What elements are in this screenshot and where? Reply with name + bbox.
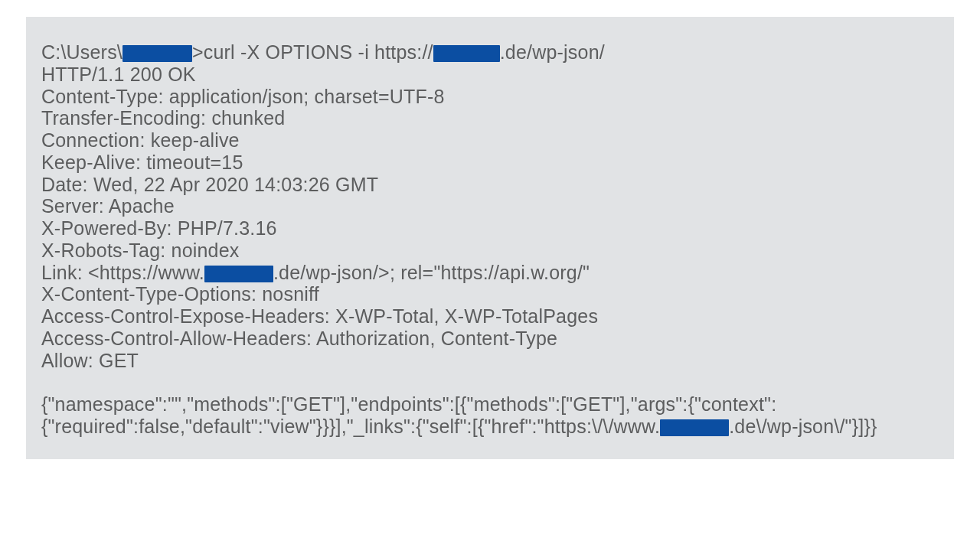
link-suffix: .de/wp-json/>; rel="https://api.w.org/" [273,262,590,283]
response-body: {"namespace":"","methods":["GET"],"endpo… [41,393,939,438]
redacted-domain-1 [433,45,500,62]
prompt-path-prefix: C:\Users\ [41,41,122,63]
blank-line [41,371,939,393]
header-link: Link: <https://www..de/wp-json/>; rel="h… [41,262,939,284]
header-keep-alive: Keep-Alive: timeout=15 [41,152,939,174]
redacted-domain-2 [204,266,273,282]
command-suffix: .de/wp-json/ [500,41,605,63]
command-line: C:\Users\>curl -X OPTIONS -i https://.de… [41,41,939,64]
link-prefix: Link: <https://www. [41,262,204,283]
header-x-powered-by: X-Powered-By: PHP/7.3.16 [41,217,939,240]
header-status: HTTP/1.1 200 OK [41,64,939,86]
header-transfer-encoding: Transfer-Encoding: chunked [41,107,939,129]
header-content-type: Content-Type: application/json; charset=… [41,86,939,108]
command-part: >curl -X OPTIONS -i https:// [192,41,433,63]
header-x-content-type-options: X-Content-Type-Options: nosniff [41,283,939,305]
header-server: Server: Apache [41,195,939,217]
header-x-robots-tag: X-Robots-Tag: noindex [41,240,939,262]
body-suffix: .de\/wp-json\/"}]}} [729,416,877,437]
header-connection: Connection: keep-alive [41,129,939,152]
header-allow: Allow: GET [41,350,939,372]
terminal-output-block: C:\Users\>curl -X OPTIONS -i https://.de… [26,17,954,459]
header-date: Date: Wed, 22 Apr 2020 14:03:26 GMT [41,174,939,196]
header-ac-allow: Access-Control-Allow-Headers: Authorizat… [41,328,939,350]
redacted-domain-3 [660,419,729,436]
redacted-username [122,45,192,62]
header-ac-expose: Access-Control-Expose-Headers: X-WP-Tota… [41,305,939,328]
